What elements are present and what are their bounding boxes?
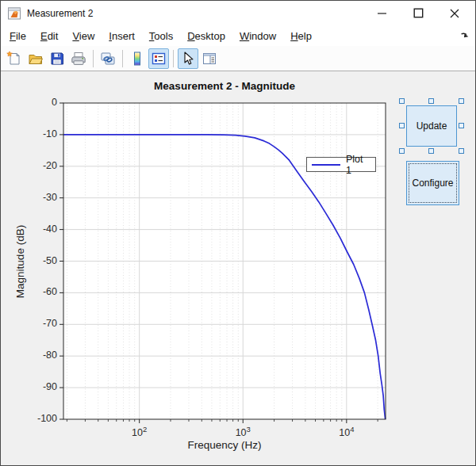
save-figure-button[interactable] <box>47 48 67 69</box>
menu-help[interactable]: Help <box>283 28 319 44</box>
selection-handle[interactable] <box>428 148 434 154</box>
figure-toolbar <box>1 46 475 71</box>
open-folder-icon <box>28 51 44 67</box>
maximize-icon <box>413 8 424 18</box>
colorbar-icon <box>129 51 145 67</box>
cursor-arrow-icon <box>180 51 196 67</box>
y-tick-label: -60 <box>1 286 57 297</box>
legend-entry-label: Plot 1 <box>346 154 370 176</box>
maximize-button[interactable] <box>400 1 436 25</box>
selection-handle[interactable] <box>459 98 464 104</box>
y-tick-label: -80 <box>1 350 57 361</box>
floppy-disk-icon <box>49 51 65 67</box>
configure-button-label: Configure <box>412 178 453 189</box>
y-tick-label: -100 <box>1 413 57 424</box>
minimize-button[interactable] <box>363 1 400 25</box>
update-button-selection: Update <box>406 105 457 147</box>
edit-plot-button[interactable] <box>178 48 198 69</box>
link-icon <box>100 51 116 67</box>
open-file-button[interactable] <box>25 48 46 69</box>
title-bar[interactable]: Measurement 2 <box>1 1 475 25</box>
menu-insert[interactable]: Insert <box>102 28 142 44</box>
legend-icon <box>151 51 167 67</box>
toolbar-separator <box>93 50 94 67</box>
minimize-icon <box>377 8 387 18</box>
menu-window[interactable]: Window <box>232 28 283 44</box>
x-tick-label: 103 <box>221 425 265 438</box>
menu-tools[interactable]: Tools <box>142 28 180 44</box>
printer-icon <box>71 51 86 67</box>
insert-legend-button[interactable] <box>148 48 169 69</box>
y-tick-label: -40 <box>1 223 57 235</box>
menu-view[interactable]: View <box>65 28 102 44</box>
figure-canvas: Measurement 2 - Magnitude Frequency (Hz)… <box>1 71 475 465</box>
y-tick-label: -20 <box>1 160 57 171</box>
new-figure-button[interactable] <box>4 48 25 69</box>
legend-line-sample <box>312 164 340 166</box>
window-title: Measurement 2 <box>27 8 93 19</box>
selection-handle[interactable] <box>399 148 405 154</box>
close-icon <box>449 8 460 19</box>
y-tick-label: -70 <box>1 318 57 329</box>
y-tick-label: 0 <box>1 97 57 108</box>
configure-button[interactable]: Configure <box>406 161 459 205</box>
selection-handle[interactable] <box>459 123 464 128</box>
print-figure-button[interactable] <box>68 48 89 69</box>
y-tick-label: -50 <box>1 255 57 266</box>
menu-bar: FileEditViewInsertToolsDesktopWindowHelp <box>1 25 475 46</box>
link-plot-button[interactable] <box>98 48 118 69</box>
property-editor-icon <box>202 51 217 67</box>
property-editor-button[interactable] <box>199 48 220 69</box>
plot-title: Measurement 2 - Magnitude <box>63 80 386 92</box>
selection-handle[interactable] <box>399 123 405 128</box>
plot-axes[interactable] <box>1 71 476 466</box>
y-tick-label: -10 <box>1 128 57 139</box>
plot-legend[interactable]: Plot 1 <box>306 157 376 172</box>
matlab-figure-icon <box>8 7 21 20</box>
dock-figure-icon[interactable] <box>460 31 470 40</box>
x-tick-label: 104 <box>324 425 369 438</box>
matlab-figure-window: Measurement 2 FileEditViewInsertToolsDes… <box>0 0 476 466</box>
selection-handle[interactable] <box>428 98 434 104</box>
new-document-icon <box>6 51 22 67</box>
menu-edit[interactable]: Edit <box>33 28 65 44</box>
selection-handle[interactable] <box>459 148 464 154</box>
update-button[interactable]: Update <box>406 105 457 147</box>
y-tick-label: -90 <box>1 381 57 392</box>
selection-handle[interactable] <box>399 98 405 104</box>
x-axis-label: Frequency (Hz) <box>63 439 386 451</box>
menu-desktop[interactable]: Desktop <box>180 28 232 44</box>
insert-colorbar-button[interactable] <box>127 48 148 69</box>
x-tick-label: 102 <box>117 425 162 438</box>
update-button-label: Update <box>416 120 447 132</box>
y-tick-label: -30 <box>1 192 57 203</box>
toolbar-separator <box>173 50 174 67</box>
menu-file[interactable]: File <box>2 28 33 44</box>
close-button[interactable] <box>436 1 473 25</box>
toolbar-separator <box>122 50 123 67</box>
